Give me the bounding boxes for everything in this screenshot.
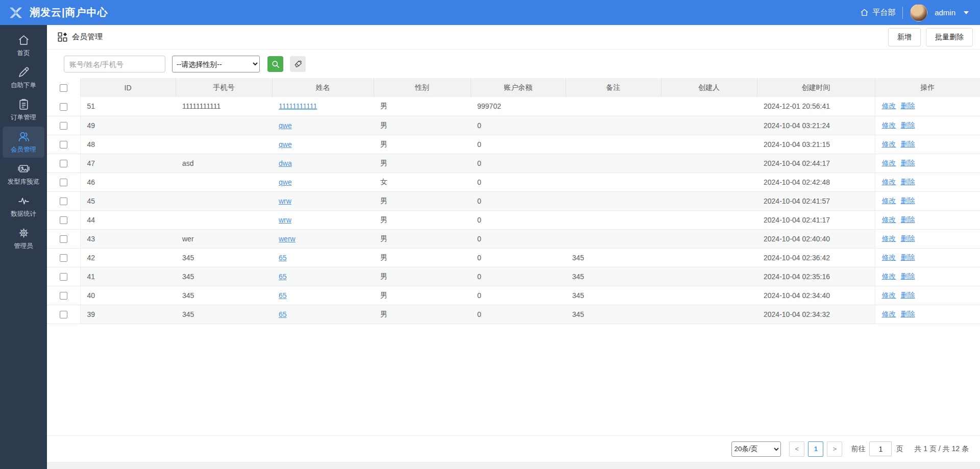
edit-link[interactable]: 修改 — [882, 196, 896, 205]
keyword-input[interactable] — [64, 56, 165, 72]
member-name-link[interactable]: 65 — [279, 254, 287, 262]
cell-phone: 345 — [176, 248, 272, 267]
batch-delete-button[interactable]: 批量删除 — [926, 28, 973, 46]
member-name-link[interactable]: qwe — [279, 140, 292, 149]
cell-id: 43 — [80, 229, 176, 248]
sidebar-item-label: 管理员 — [14, 242, 33, 251]
member-name-link[interactable]: 11111111111 — [279, 102, 317, 110]
cell-created: 2024-10-04 02:40:40 — [757, 229, 875, 248]
delete-link[interactable]: 删除 — [901, 196, 915, 205]
user-avatar[interactable] — [910, 4, 927, 21]
page-unit-label: 页 — [896, 445, 903, 454]
topbar-divider — [902, 7, 903, 19]
delete-link[interactable]: 删除 — [901, 178, 915, 186]
member-name-link[interactable]: dwa — [279, 159, 292, 167]
row-checkbox[interactable] — [60, 141, 67, 149]
member-name-link[interactable]: 65 — [279, 291, 287, 300]
sidebar-item-order[interactable]: 自助下单 — [3, 62, 44, 93]
row-checkbox[interactable] — [60, 273, 67, 281]
edit-link[interactable]: 修改 — [882, 215, 896, 224]
delete-link[interactable]: 删除 — [901, 272, 915, 280]
row-checkbox[interactable] — [60, 311, 67, 318]
prev-page-button[interactable]: < — [789, 441, 804, 457]
edit-link[interactable]: 修改 — [882, 272, 896, 280]
delete-link[interactable]: 删除 — [901, 102, 915, 110]
sidebar-item-label: 数据统计 — [11, 210, 36, 218]
delete-link[interactable]: 删除 — [901, 253, 915, 261]
member-name-link[interactable]: wrw — [279, 197, 291, 205]
row-checkbox[interactable] — [60, 160, 67, 167]
next-page-button[interactable]: > — [827, 441, 842, 457]
cell-gender: 男 — [374, 267, 471, 286]
edit-link[interactable]: 修改 — [882, 253, 896, 261]
goto-page-input[interactable] — [869, 441, 892, 456]
sidebar-item-members[interactable]: 会员管理 — [3, 127, 44, 158]
sidebar-item-admin[interactable]: 管理员 — [3, 223, 44, 254]
cell-creator — [661, 286, 757, 305]
cell-id: 47 — [80, 154, 176, 172]
table-row: 44wrw男02024-10-04 02:41:17修改删除 — [47, 210, 980, 229]
row-checkbox[interactable] — [60, 122, 67, 130]
table-row: 45wrw男02024-10-04 02:41:57修改删除 — [47, 191, 980, 210]
cell-actions: 修改删除 — [875, 210, 980, 229]
row-checkbox-cell — [47, 210, 80, 229]
edit-link[interactable]: 修改 — [882, 234, 896, 242]
member-name-link[interactable]: wrw — [279, 216, 291, 224]
cell-actions: 修改删除 — [875, 286, 980, 305]
row-checkbox[interactable] — [60, 216, 67, 224]
cell-gender: 男 — [374, 154, 471, 172]
row-checkbox[interactable] — [60, 179, 67, 186]
user-menu-caret-icon[interactable] — [964, 11, 969, 14]
edit-link[interactable]: 修改 — [882, 102, 896, 110]
member-name-link[interactable]: 65 — [279, 310, 287, 318]
sidebar-item-orders[interactable]: 订单管理 — [3, 94, 44, 126]
cell-gender: 男 — [374, 286, 471, 305]
search-button[interactable] — [267, 56, 283, 72]
user-name[interactable]: admin — [935, 8, 955, 17]
member-name-link[interactable]: qwe — [279, 178, 292, 186]
cell-gender: 男 — [374, 210, 471, 229]
reset-button[interactable] — [290, 56, 306, 72]
delete-link[interactable]: 删除 — [901, 215, 915, 224]
cell-remark: 345 — [566, 305, 661, 324]
edit-link[interactable]: 修改 — [882, 121, 896, 129]
gender-select[interactable]: --请选择性别-- — [172, 56, 260, 72]
cell-creator — [661, 172, 757, 191]
cell-name: qwe — [272, 135, 374, 154]
select-all-checkbox[interactable] — [60, 84, 67, 92]
member-name-link[interactable]: 65 — [279, 273, 287, 281]
delete-link[interactable]: 删除 — [901, 291, 915, 299]
delete-link[interactable]: 删除 — [901, 310, 915, 318]
delete-link[interactable]: 删除 — [901, 159, 915, 167]
edit-link[interactable]: 修改 — [882, 140, 896, 148]
delete-link[interactable]: 删除 — [901, 121, 915, 129]
delete-link[interactable]: 删除 — [901, 234, 915, 242]
page-1-button[interactable]: 1 — [808, 441, 823, 457]
edit-link[interactable]: 修改 — [882, 178, 896, 186]
row-checkbox[interactable] — [60, 235, 67, 243]
sidebar-item-stats[interactable]: 数据统计 — [3, 191, 44, 222]
cell-balance: 0 — [471, 191, 566, 210]
row-checkbox[interactable] — [60, 254, 67, 262]
row-checkbox[interactable] — [60, 292, 67, 300]
delete-link[interactable]: 删除 — [901, 140, 915, 148]
member-name-link[interactable]: qwe — [279, 121, 292, 130]
sidebar-item-gallery[interactable]: 发型库预览 — [3, 159, 44, 190]
cell-name: qwe — [272, 116, 374, 135]
cell-actions: 修改删除 — [875, 229, 980, 248]
row-checkbox[interactable] — [60, 198, 67, 205]
dept-switcher[interactable]: 平台部 — [860, 8, 895, 17]
pagination-bar: 20条/页 < 1 > 前往 页 共 1 页 / 共 12 条 — [47, 435, 980, 462]
edit-link[interactable]: 修改 — [882, 291, 896, 299]
cell-actions: 修改删除 — [875, 172, 980, 191]
edit-link[interactable]: 修改 — [882, 159, 896, 167]
member-name-link[interactable]: werw — [279, 235, 296, 243]
add-button[interactable]: 新增 — [888, 28, 921, 46]
cell-remark — [566, 191, 661, 210]
sidebar-item-home[interactable]: 首页 — [3, 30, 44, 61]
row-checkbox[interactable] — [60, 103, 67, 111]
row-checkbox-cell — [47, 154, 80, 172]
page-size-select[interactable]: 20条/页 — [731, 441, 781, 457]
edit-link[interactable]: 修改 — [882, 310, 896, 318]
page-title: 会员管理 — [72, 32, 103, 42]
